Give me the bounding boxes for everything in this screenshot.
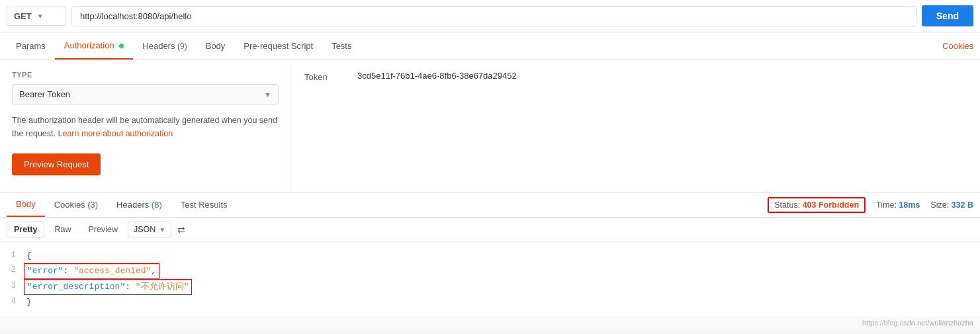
line-content-2: "error": "access_denied", xyxy=(26,263,980,279)
tab-prerequest[interactable]: Pre-request Script xyxy=(234,33,322,59)
status-label: Status: xyxy=(774,200,800,210)
top-bar: GET ▼ Send xyxy=(0,0,980,32)
size-meta: Size: 332 B xyxy=(930,200,973,210)
url-input[interactable] xyxy=(71,6,916,26)
response-tabs-bar: Body Cookies (3) Headers (8) Test Result… xyxy=(0,192,980,218)
token-input[interactable] xyxy=(357,71,967,81)
method-arrow-icon: ▼ xyxy=(37,13,44,20)
resp-headers-badge: (8) xyxy=(152,200,162,210)
resp-tab-test-results[interactable]: Test Results xyxy=(171,193,237,216)
time-label: Time: xyxy=(876,200,897,210)
preview-request-button[interactable]: Preview Request xyxy=(12,153,101,175)
method-label: GET xyxy=(14,11,32,21)
auth-left-panel: TYPE Bearer Token ▼ The authorization he… xyxy=(0,60,291,192)
size-value: 332 B xyxy=(952,200,973,210)
method-select[interactable]: GET ▼ xyxy=(7,7,66,26)
resp-cookies-badge: (3) xyxy=(87,200,98,210)
resp-tab-body[interactable]: Body xyxy=(7,192,45,217)
authorization-dot xyxy=(119,44,124,48)
bearer-token-select[interactable]: Bearer Token ▼ xyxy=(12,84,279,104)
resp-tab-headers[interactable]: Headers (8) xyxy=(107,193,171,216)
resp-tab-cookies[interactable]: Cookies (3) xyxy=(45,193,107,216)
code-line-1: 1 { xyxy=(7,249,980,263)
highlight-2: "error": "access_denied", xyxy=(24,263,159,279)
headers-badge: (9) xyxy=(177,42,187,51)
tab-authorization[interactable]: Authorization xyxy=(55,32,134,60)
bearer-label: Bearer Token xyxy=(19,89,70,99)
auth-section: TYPE Bearer Token ▼ The authorization he… xyxy=(0,60,980,192)
raw-button[interactable]: Raw xyxy=(47,222,78,237)
code-area: 1 { 2 "error": "access_denied", 3 "error… xyxy=(0,242,980,316)
wrap-icon[interactable]: ⇄ xyxy=(174,222,189,237)
time-value: 18ms xyxy=(899,200,920,210)
size-label: Size: xyxy=(930,200,949,210)
auth-right-panel: Token xyxy=(291,60,980,192)
watermark: https://blog.csdn.net/wulianzhazha xyxy=(0,316,980,329)
time-meta: Time: 18ms xyxy=(876,200,920,210)
format-select[interactable]: JSON ▼ xyxy=(128,222,171,237)
bearer-arrow-icon: ▼ xyxy=(264,91,271,99)
preview-button[interactable]: Preview xyxy=(81,222,124,237)
line-num-4: 4 xyxy=(7,295,26,308)
highlight-3: "error_description": "不允许访问" xyxy=(24,279,192,295)
code-line-2: 2 "error": "access_denied", xyxy=(7,263,980,279)
line-num-1: 1 xyxy=(7,249,26,262)
line-content-1: { xyxy=(26,249,980,263)
response-meta: Status: 403 Forbidden Time: 18ms Size: 3… xyxy=(768,197,973,213)
watermark-text: https://blog.csdn.net/wulianzhazha xyxy=(862,319,973,327)
status-box: Status: 403 Forbidden xyxy=(768,197,866,213)
pretty-button[interactable]: Pretty xyxy=(7,222,44,237)
send-button[interactable]: Send xyxy=(922,5,973,26)
tab-params[interactable]: Params xyxy=(7,33,55,59)
tab-headers[interactable]: Headers (9) xyxy=(133,33,196,59)
format-bar: Pretty Raw Preview JSON ▼ ⇄ xyxy=(0,218,980,242)
tab-tests[interactable]: Tests xyxy=(322,33,361,59)
auth-description: The authorization header will be automat… xyxy=(12,114,279,140)
cookies-link[interactable]: Cookies xyxy=(942,33,973,59)
code-line-4: 4 } xyxy=(7,295,980,310)
request-tabs: Params Authorization Headers (9) Body Pr… xyxy=(0,32,980,60)
token-label: Token xyxy=(304,71,337,82)
code-line-3: 3 "error_description": "不允许访问" xyxy=(7,279,980,295)
format-select-arrow-icon: ▼ xyxy=(159,226,165,233)
learn-more-link[interactable]: Learn more about authorization xyxy=(58,129,173,138)
line-content-4: } xyxy=(26,295,980,310)
type-label: TYPE xyxy=(12,71,279,79)
line-content-3: "error_description": "不允许访问" xyxy=(26,279,980,295)
tab-body[interactable]: Body xyxy=(197,33,235,59)
status-value: 403 Forbidden xyxy=(803,200,859,210)
format-select-label: JSON xyxy=(134,225,156,234)
